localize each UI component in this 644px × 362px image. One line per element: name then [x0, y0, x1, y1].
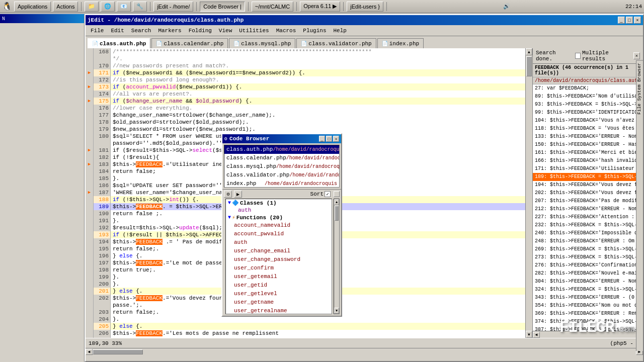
taskbar-jedit-home[interactable]: jEdit - /home/ — [153, 2, 193, 12]
cb-file-calendar[interactable]: class.calendar.php /home/david/randocroq… — [224, 154, 339, 162]
actions-menu[interactable]: Actions — [53, 2, 78, 12]
search-result-3[interactable]: 99: $this->FEEDBACK='IDENTIFICATION — [533, 109, 643, 117]
taskbar-jedit-users[interactable]: jEdit-users } — [347, 2, 383, 12]
taskbar-btn-4[interactable]: 🔧 — [133, 2, 147, 12]
taskbar-calmc[interactable]: ~/mnt/CALMC — [252, 2, 293, 12]
hscroll-left[interactable]: ◀ — [86, 349, 93, 355]
cb-fn-user-getid[interactable]: user_getid — [226, 281, 332, 290]
cb-file-auth[interactable]: class.auth.php /home/david/randocroquis — [224, 145, 339, 154]
hscroll-bar-thumb[interactable] — [93, 349, 143, 354]
scroll-down-button[interactable]: ▼ — [526, 331, 532, 338]
tree-scroll-up[interactable]: ▲ — [334, 199, 339, 205]
cb-fn-user-confirm[interactable]: user_confirm — [226, 264, 332, 273]
menu-utilities[interactable]: Utilities — [236, 27, 272, 35]
search-result-24[interactable]: 304: $this->FEEDBACK='ERREUR - Nom d — [533, 278, 643, 286]
vtab-filesystem[interactable]: File System Browser — [636, 60, 643, 117]
search-result-22[interactable]: 276: $this->FEEDBACK='Confirmation e- — [533, 261, 643, 269]
search-result-19[interactable]: 248: $this->FEEDBACK='ERREUR : Om S — [533, 237, 643, 245]
search-result-16[interactable]: 227: $this->FEEDBACK='Attention : les — [533, 213, 643, 221]
maximize-button[interactable]: □ — [626, 17, 633, 24]
search-result-7[interactable]: 150: $this->FEEDBACK='ERREUR - Hash — [533, 141, 643, 149]
taskbar-btn-1[interactable]: 📁 — [85, 2, 99, 12]
menu-help[interactable]: Help — [331, 27, 350, 35]
tree-scrollbar[interactable]: ▲ ▼ — [334, 199, 340, 314]
tree-scroll-down[interactable]: ▼ — [334, 308, 339, 314]
search-result-28[interactable]: 369: $this->FEEDBACK='ERREUR : Remplr — [533, 310, 643, 318]
taskbar-btn-2[interactable]: 🌐 — [101, 2, 115, 12]
cb-fn-user-getname[interactable]: user_getname — [226, 298, 332, 307]
cb-fn-account-namevalid[interactable]: account_namevalid — [226, 221, 332, 230]
menu-view[interactable]: View — [216, 27, 235, 35]
search-result-23[interactable]: 282: $this->FEEDBACK='Nouvel e-mail : — [533, 269, 643, 278]
cb-toolbar-btn-2[interactable]: ▶ — [234, 191, 242, 198]
editor-hscrollbar[interactable]: ◀ ▶ — [86, 348, 643, 355]
search-result-18[interactable]: 240: $this->FEEDBACK='Impossible de — [533, 229, 643, 237]
menu-markers[interactable]: Markers — [155, 27, 184, 35]
cb-fn-user-getemail[interactable]: user_getemail — [226, 273, 332, 281]
search-result-4[interactable]: 104: $this->FEEDBACK='Vous n'avez pa — [533, 117, 643, 125]
menu-plugins[interactable]: Plugins — [300, 27, 329, 35]
search-result-20[interactable]: 269: $this->FEEDBACK = $this->SQL-> — [533, 245, 643, 253]
search-close-button[interactable]: × — [633, 52, 640, 59]
menu-file[interactable]: File — [88, 27, 107, 35]
cb-scroll-ctrl[interactable] — [334, 191, 340, 197]
cb-close-button[interactable]: × — [333, 136, 339, 142]
search-results-list[interactable]: 27: var $FEEDBACK; 89: $this->FEEDBACK='… — [533, 84, 643, 331]
search-result-26[interactable]: 343: $this->FEEDBACK='ERREUR - (0 Bl — [533, 294, 643, 302]
tab-class-validator[interactable]: 📄 class.validator.php — [296, 38, 376, 48]
tab-index[interactable]: 📄 index.php — [377, 38, 424, 48]
app-menu-icon[interactable]: 🐧 — [2, 2, 12, 12]
multiple-results-checkbox[interactable] — [575, 53, 581, 59]
search-result-10[interactable]: 171: $this->FEEDBACK='Utilisateur ine — [533, 165, 643, 173]
cb-class-auth[interactable]: auth — [226, 207, 332, 214]
cb-fn-auth[interactable]: auth — [226, 238, 332, 247]
search-result-8[interactable]: 161: $this->FEEDBACK='Merci et bienve — [533, 149, 643, 157]
search-result-5[interactable]: 118: $this->FEEDBACK = 'Vous êtes mal — [533, 125, 643, 133]
cb-file-index[interactable]: index.php /home/david/randocroquis — [224, 179, 339, 188]
search-result-27[interactable]: 354: $this->FEEDBACK='Nom ou mot de — [533, 302, 643, 310]
tab-class-auth[interactable]: 📄 class.auth.php — [88, 38, 150, 48]
search-result-15[interactable]: 212: $this->FEEDBACK='ERREUR - Nom d — [533, 205, 643, 213]
close-button[interactable]: × — [634, 17, 641, 24]
tree-scroll-thumb[interactable] — [335, 206, 339, 221]
cb-maximize-button[interactable]: □ — [326, 136, 332, 142]
search-result-11[interactable]: 189: $this->FEEDBACK = $this->SQL-> — [533, 173, 643, 181]
search-result-17[interactable]: 232: $this->FEEDBACK = $this->SQL-> — [533, 221, 643, 229]
search-result-12[interactable]: 194: $this->FEEDBACK='Vous devez fai — [533, 181, 643, 189]
search-result-14[interactable]: 207: $this->FEEDBACK='Pas de modific — [533, 197, 643, 205]
cb-minimize-button[interactable]: _ — [319, 136, 325, 142]
cb-fn-user-getlevel[interactable]: user_getlevel — [226, 290, 332, 298]
cb-toolbar-btn-1[interactable]: ⚙ — [224, 191, 232, 198]
code-browser-files[interactable]: class.auth.php /home/david/randocroquis … — [224, 145, 340, 188]
taskbar-code-browser[interactable]: Code Browser | — [200, 2, 245, 12]
cb-fn-user-change-password[interactable]: user_change_password — [226, 255, 332, 264]
scroll-thumb[interactable] — [526, 56, 532, 76]
search-result-6[interactable]: 133: $this->FEEDBACK='ERREUR - Nom d — [533, 133, 643, 141]
search-result-2[interactable]: 93: $this->FEEDBACK = $this->SQL->El — [533, 101, 643, 109]
menu-edit[interactable]: Edit — [108, 27, 127, 35]
search-result-1[interactable]: 89: $this->FEEDBACK='Nom d'utilisate — [533, 93, 643, 101]
search-result-9[interactable]: 166: $this->FEEDBACK='hash invalide - — [533, 157, 643, 165]
cb-fn-user-getrealname[interactable]: user_getrealname — [226, 307, 332, 314]
scroll-left-btn[interactable]: ◀ — [533, 332, 540, 338]
tab-class-mysql[interactable]: 📄 class.mysql.php — [229, 38, 295, 48]
cb-fn-account-pwvalid[interactable]: account_pwvalid — [226, 230, 332, 238]
cb-sort-checkbox[interactable]: ✓ — [325, 191, 331, 197]
menu-macros[interactable]: Macros — [273, 27, 299, 35]
search-result-25[interactable]: 324: $this->FEEDBACK = $this->SQL->E — [533, 286, 643, 294]
cb-file-validator[interactable]: class.validator.php /home/david/randocro… — [224, 171, 339, 179]
cb-file-mysql[interactable]: class.mysql.php /home/david/randocroquis — [224, 162, 339, 171]
editor-scrollbar[interactable]: ▲ ▼ — [525, 48, 532, 338]
taskbar-btn-3[interactable]: 📧 — [117, 2, 131, 12]
menu-folding[interactable]: Folding — [186, 27, 215, 35]
code-browser-tree[interactable]: ▼ 🔷 Classes (1) auth ▼ ⚡ Functions (20) … — [225, 199, 332, 314]
search-result-0[interactable]: 27: var $FEEDBACK; — [533, 84, 643, 93]
taskbar-opera[interactable]: Opera 6.11 ▶ — [300, 2, 340, 12]
search-result-13[interactable]: 202: $this->FEEDBACK='Vous devez fai — [533, 189, 643, 197]
menu-search[interactable]: Search — [128, 27, 154, 35]
search-result-21[interactable]: 273: $this->FEEDBACK = $this->SQL-> — [533, 253, 643, 261]
scroll-up-button[interactable]: ▲ — [526, 48, 532, 55]
minimize-button[interactable]: _ — [618, 17, 625, 24]
tab-class-calendar[interactable]: 📄 class.calendar.php — [151, 38, 228, 48]
applications-menu[interactable]: Applications — [14, 2, 51, 12]
